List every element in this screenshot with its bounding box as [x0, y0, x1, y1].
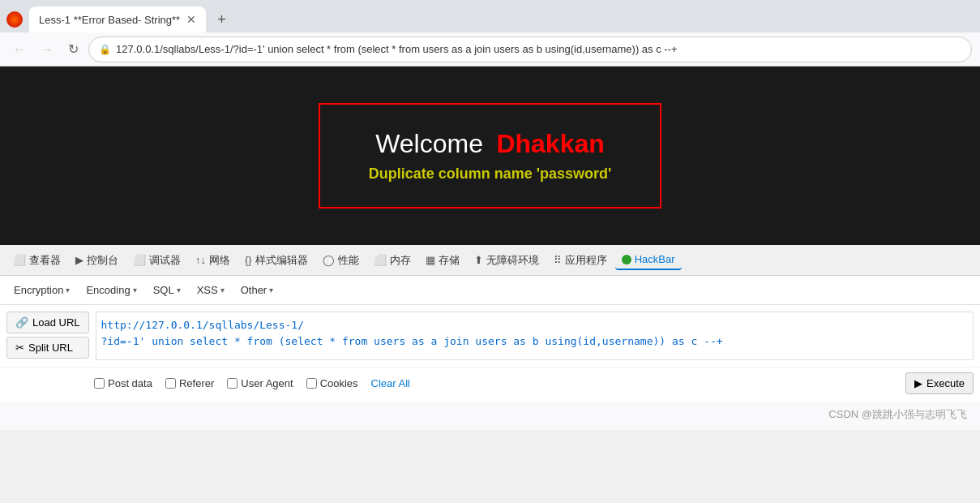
devtools-label-storage: 存储: [439, 253, 460, 268]
encryption-arrow-icon: ▾: [66, 286, 70, 294]
post-data-checkbox[interactable]: [94, 378, 105, 389]
encryption-label: Encryption: [14, 284, 63, 296]
tab-close-button[interactable]: ✕: [186, 14, 196, 25]
devtools-label-accessibility: 无障碍环境: [486, 253, 539, 268]
welcome-box: Welcome Dhakkan Duplicate column name 'p…: [319, 103, 662, 209]
devtools-item-network[interactable]: ↑↓ 网络: [189, 250, 237, 271]
address-bar[interactable]: 🔒 127.0.0.1/sqllabs/Less-1/?id=-1' union…: [88, 37, 972, 62]
load-url-label: Load URL: [32, 316, 80, 329]
devtools-label-hackbar: HackBar: [635, 253, 675, 265]
devtools-label-memory: 内存: [390, 253, 411, 268]
devtools-label-style-editor: 样式编辑器: [255, 253, 308, 268]
referer-label: Referer: [179, 377, 214, 389]
accessibility-icon: ⬆: [474, 254, 483, 266]
devtools-item-console[interactable]: ▶ 控制台: [69, 250, 125, 271]
encoding-arrow-icon: ▾: [133, 286, 137, 294]
watermark-text: CSDN @跳跳小强与志明飞飞: [828, 408, 967, 420]
devtools-label-app: 应用程序: [565, 253, 607, 268]
clear-all-button[interactable]: Clear All: [371, 377, 410, 389]
devtools-item-debugger[interactable]: ⬜ 调试器: [126, 250, 187, 271]
url-input[interactable]: [96, 312, 974, 360]
menu-sql[interactable]: SQL ▾: [146, 280, 188, 300]
hackbar-toolbar: Encryption ▾ Encoding ▾ SQL ▾ XSS ▾ Othe…: [0, 276, 980, 305]
cookies-checkbox[interactable]: [306, 378, 317, 389]
app-icon: ⠿: [554, 254, 562, 266]
devtools-label-console: 控制台: [87, 253, 118, 268]
hackbar-bottom: Post data Referer User Agent Cookies Cle…: [0, 367, 980, 401]
user-agent-label: User Agent: [241, 377, 293, 389]
inspector-icon: ⬜: [13, 254, 26, 266]
cookies-label: Cookies: [320, 377, 358, 389]
devtools-bar: ⬜ 查看器 ▶ 控制台 ⬜ 调试器 ↑↓ 网络 {} 样式编辑器 ◯ 性能 ⬜ …: [0, 245, 980, 276]
user-agent-checkbox-container[interactable]: User Agent: [227, 377, 293, 389]
menu-xss[interactable]: XSS ▾: [190, 280, 232, 300]
style-editor-icon: {}: [245, 254, 252, 266]
performance-icon: ◯: [323, 254, 335, 266]
xss-label: XSS: [197, 284, 218, 296]
address-text: 127.0.0.1/sqllabs/Less-1/?id=-1' union s…: [116, 43, 961, 55]
devtools-item-accessibility[interactable]: ⬆ 无障碍环境: [468, 250, 546, 271]
nav-bar: ← → ↻ 🔒 127.0.0.1/sqllabs/Less-1/?id=-1'…: [0, 32, 980, 67]
xss-arrow-icon: ▾: [220, 286, 225, 294]
post-data-checkbox-container[interactable]: Post data: [94, 377, 152, 389]
menu-encryption[interactable]: Encryption ▾: [6, 280, 77, 300]
error-message: Duplicate column name 'password': [369, 166, 612, 183]
execute-button[interactable]: ▶ Execute: [905, 372, 974, 394]
referer-checkbox-container[interactable]: Referer: [165, 377, 214, 389]
devtools-item-performance[interactable]: ◯ 性能: [316, 250, 366, 271]
tab-bar: Less-1 **Error Based- String** ✕ +: [0, 0, 980, 32]
console-icon: ▶: [75, 254, 83, 266]
welcome-text: Welcome: [375, 129, 483, 158]
devtools-label-debugger: 调试器: [149, 253, 181, 268]
storage-icon: ▦: [426, 254, 435, 266]
devtools-label-network: 网络: [209, 253, 230, 268]
memory-icon: ⬜: [374, 254, 387, 266]
user-agent-checkbox[interactable]: [227, 378, 238, 389]
browser-chrome: Less-1 **Error Based- String** ✕ + ← → ↻…: [0, 0, 980, 67]
sql-arrow-icon: ▾: [177, 286, 181, 294]
split-url-label: Split URL: [28, 342, 73, 354]
sql-label: SQL: [153, 284, 174, 296]
browser-icon: [6, 11, 23, 28]
back-button[interactable]: ←: [8, 39, 31, 60]
welcome-name: Dhakkan: [496, 129, 604, 158]
execute-play-icon: ▶: [914, 377, 922, 389]
menu-encoding[interactable]: Encoding ▾: [79, 280, 143, 300]
security-icon: 🔒: [99, 44, 111, 55]
devtools-label-inspector: 查看器: [29, 253, 61, 268]
devtools-item-memory[interactable]: ⬜ 内存: [367, 250, 417, 271]
menu-other[interactable]: Other ▾: [233, 280, 281, 300]
referer-checkbox[interactable]: [165, 378, 176, 389]
devtools-label-performance: 性能: [338, 253, 359, 268]
devtools-item-inspector[interactable]: ⬜ 查看器: [6, 250, 67, 271]
other-arrow-icon: ▾: [269, 286, 273, 294]
refresh-button[interactable]: ↻: [63, 38, 83, 60]
load-url-icon: 🔗: [15, 316, 28, 329]
debugger-icon: ⬜: [133, 254, 146, 266]
watermark: CSDN @跳跳小强与志明飞飞: [0, 401, 980, 430]
cookies-checkbox-container[interactable]: Cookies: [306, 377, 358, 389]
other-label: Other: [241, 284, 267, 296]
hackbar-main: 🔗 Load URL ✂ Split URL: [0, 305, 980, 367]
devtools-item-storage[interactable]: ▦ 存储: [419, 250, 466, 271]
page-content: Welcome Dhakkan Duplicate column name 'p…: [0, 67, 980, 245]
forward-button[interactable]: →: [36, 39, 58, 60]
load-url-button[interactable]: 🔗 Load URL: [6, 312, 89, 333]
network-icon: ↑↓: [195, 254, 206, 266]
split-url-button[interactable]: ✂ Split URL: [6, 337, 89, 359]
new-tab-button[interactable]: +: [212, 10, 231, 30]
post-data-label: Post data: [108, 377, 152, 389]
encoding-label: Encoding: [86, 284, 130, 296]
devtools-item-hackbar[interactable]: HackBar: [615, 250, 682, 270]
split-url-icon: ✂: [15, 342, 24, 354]
execute-label: Execute: [927, 377, 965, 389]
active-tab[interactable]: Less-1 **Error Based- String** ✕: [29, 6, 206, 32]
devtools-item-app[interactable]: ⠿ 应用程序: [547, 250, 614, 271]
devtools-item-style-editor[interactable]: {} 样式编辑器: [238, 250, 315, 271]
welcome-line1: Welcome Dhakkan: [369, 129, 612, 159]
hackbar-dot-icon: [622, 255, 631, 264]
tab-title: Less-1 **Error Based- String**: [39, 14, 180, 26]
hackbar-buttons: 🔗 Load URL ✂ Split URL: [6, 312, 89, 360]
